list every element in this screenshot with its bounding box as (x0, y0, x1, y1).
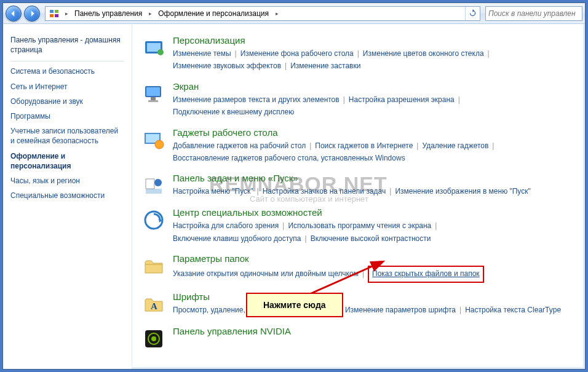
svg-rect-2 (50, 14, 54, 17)
category-link[interactable]: Включение высокой контрастности (311, 234, 431, 243)
separator: | (458, 95, 460, 104)
sidebar-home-link[interactable]: Панель управления - домашняя страница (9, 33, 125, 57)
svg-point-15 (154, 179, 162, 186)
category-link[interactable]: Поиск гаджетов в Интернете (315, 141, 413, 150)
category-icon: A (141, 291, 167, 317)
main-panel: ПерсонализацияИзменение темы|Изменение ф… (132, 24, 585, 369)
category-title[interactable]: Шрифты (173, 291, 568, 302)
category-title[interactable]: Параметры папок (173, 253, 568, 264)
divider (10, 61, 124, 61)
svg-rect-0 (50, 10, 54, 13)
sidebar-item[interactable]: Сеть и Интернет (9, 79, 125, 94)
highlighted-link-box: Показ скрытых файлов и папок (368, 266, 484, 282)
category: Параметры папокУказание открытия одиночн… (141, 253, 568, 282)
category-link[interactable]: Настройка для слабого зрения (173, 221, 279, 230)
category-link[interactable]: Изменение заставки (290, 61, 360, 70)
category-links: Изменение размеров текста и других элеме… (173, 93, 568, 119)
category-links: Настройка меню "Пуск"|Настройка значков … (173, 185, 568, 197)
toolbar: ▸ Панель управления ▸ Оформление и персо… (3, 3, 585, 24)
category-link[interactable]: Изменение параметров шрифта (345, 306, 456, 314)
category: Панель управления NVIDIA (141, 326, 568, 352)
separator: | (343, 95, 345, 104)
category-links: Указание открытия одиночным или двойным … (173, 266, 568, 282)
address-bar[interactable]: ▸ Панель управления ▸ Оформление и персо… (45, 6, 480, 21)
svg-text:A: A (151, 301, 157, 311)
category-link[interactable]: Изменение звуковых эффектов (173, 61, 281, 70)
category-links: Добавление гаджетов на рабочий стол|Поис… (173, 140, 568, 165)
category-link[interactable]: Добавление гаджетов на рабочий стол (173, 141, 306, 150)
svg-point-21 (151, 336, 156, 341)
category-link[interactable]: Подключение к внешнему дисплею (173, 108, 294, 116)
category-link[interactable]: Изменение фона рабочего стола (240, 49, 354, 58)
chevron-right-icon[interactable]: ▸ (146, 10, 154, 17)
chevron-right-icon[interactable]: ▸ (273, 10, 281, 17)
separator: | (416, 141, 418, 150)
separator: | (362, 269, 364, 278)
svg-rect-14 (146, 189, 162, 194)
category-link[interactable]: Указание открытия одиночным или двойным … (173, 269, 359, 278)
search-box[interactable] (485, 6, 582, 21)
separator: | (285, 61, 287, 70)
separator: | (459, 306, 461, 314)
search-input[interactable] (488, 9, 579, 18)
category-links: Настройка для слабого зрения|Использоват… (173, 220, 568, 245)
sidebar-item[interactable]: Система и безопасность (9, 64, 125, 79)
separator: | (435, 221, 437, 230)
separator: | (309, 141, 311, 150)
category-link[interactable]: Включение клавиш удобного доступа (173, 234, 301, 243)
svg-rect-8 (146, 87, 160, 96)
category-link[interactable]: Восстановление гаджетов рабочего стола, … (173, 154, 405, 162)
category-link[interactable]: Настройка значков на панели задач (263, 187, 386, 196)
separator: | (282, 221, 284, 230)
control-panel-icon (48, 7, 60, 20)
category-link[interactable]: Изменение размеров текста и других элеме… (173, 95, 340, 104)
category-icon (141, 127, 167, 153)
category-link[interactable]: Показ скрытых файлов и папок (372, 269, 480, 278)
sidebar-item[interactable]: Оформление и персонализация (9, 149, 125, 173)
category-link[interactable]: Удаление гаджетов (422, 141, 488, 150)
category: AШрифтыПросмотр, удаление, показ и скрыт… (141, 291, 568, 317)
category-title[interactable]: Персонализация (173, 35, 568, 46)
category: ПерсонализацияИзменение темы|Изменение ф… (141, 35, 568, 73)
category-link[interactable]: Изменение цветов оконного стекла (363, 49, 484, 58)
separator: | (305, 234, 307, 243)
sidebar-item[interactable]: Оборудование и звук (9, 94, 125, 109)
sidebar-item[interactable]: Учетные записи пользователей и семейная … (9, 124, 125, 148)
category-title[interactable]: Панель задач и меню «Пуск» (173, 173, 568, 183)
category-links: Изменение темы|Изменение фона рабочего с… (173, 47, 568, 73)
category-title[interactable]: Панель управления NVIDIA (173, 326, 568, 336)
category-icon (141, 81, 167, 107)
svg-rect-9 (151, 97, 156, 100)
category-link[interactable]: Настройка текста ClearType (465, 306, 561, 314)
svg-point-13 (155, 140, 164, 149)
separator: | (488, 49, 490, 58)
category: Центр специальных возможностейНастройка … (141, 207, 568, 245)
chevron-right-icon[interactable]: ▸ (63, 10, 71, 17)
svg-point-6 (157, 49, 164, 55)
svg-rect-1 (55, 10, 58, 13)
category: ЭкранИзменение размеров текста и других … (141, 81, 568, 119)
breadcrumb-segment[interactable]: Панель управления (71, 7, 146, 20)
category-link[interactable]: Изменение темы (173, 49, 231, 58)
category-link[interactable]: Использовать программу чтения с экрана (288, 221, 431, 230)
sidebar-item[interactable]: Специальные возможности (9, 188, 125, 203)
back-button[interactable] (6, 6, 22, 22)
category-title[interactable]: Гаджеты рабочего стола (173, 127, 568, 138)
category-title[interactable]: Центр специальных возможностей (173, 207, 568, 218)
separator: | (235, 49, 237, 58)
refresh-button[interactable] (465, 7, 480, 20)
sidebar-item[interactable]: Часы, язык и регион (9, 173, 125, 188)
svg-rect-10 (148, 100, 158, 102)
separator: | (492, 141, 494, 150)
category-icon (141, 173, 167, 199)
category-links: Просмотр, удаление, показ и скрытие шриф… (173, 304, 568, 316)
category-link[interactable]: Изменение изображения в меню "Пуск" (395, 187, 530, 196)
category: Панель задач и меню «Пуск»Настройка меню… (141, 173, 568, 199)
category-link[interactable]: Настройка разрешения экрана (349, 95, 455, 104)
category-title[interactable]: Экран (173, 81, 568, 92)
forward-button[interactable] (24, 6, 40, 22)
breadcrumb-segment[interactable]: Оформление и персонализация (154, 7, 273, 20)
sidebar-item[interactable]: Программы (9, 109, 125, 124)
category-link[interactable]: Настройка меню "Пуск" (173, 187, 253, 196)
category-icon (141, 326, 167, 352)
